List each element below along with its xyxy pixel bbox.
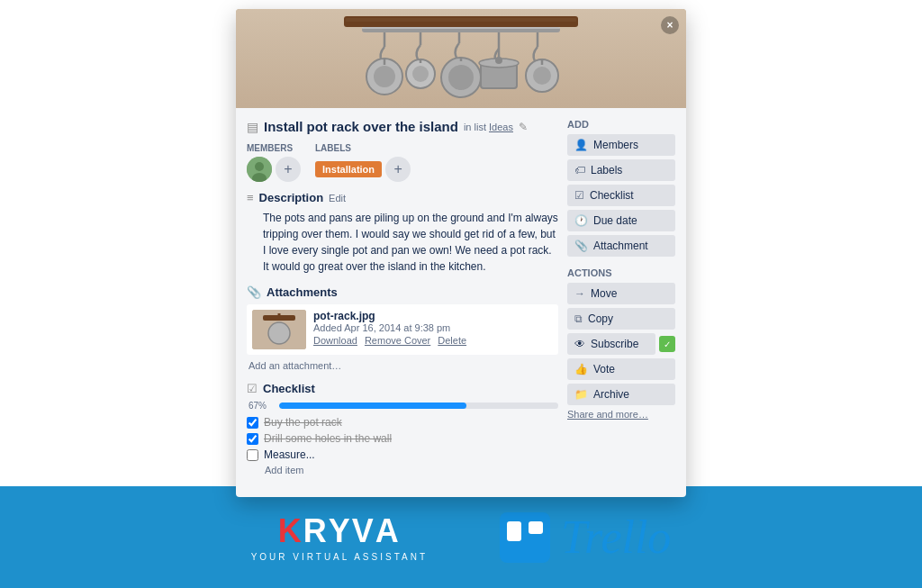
subscribe-row: 👁 Subscribe ✓	[567, 333, 675, 355]
add-due-date-button[interactable]: 🕐 Due date	[567, 210, 675, 231]
list-link[interactable]: Ideas	[489, 122, 513, 132]
label-badge[interactable]: Installation	[315, 161, 382, 177]
share-link[interactable]: Share and more…	[567, 409, 675, 420]
checklist-item-2: Drill some holes in the wall	[247, 432, 558, 445]
eye-icon: 👁	[574, 338, 585, 350]
attachment-thumb-image	[252, 310, 306, 349]
kryva-y: Y	[329, 512, 352, 550]
card-title-row: ▤ Install pot rack over the island in li…	[247, 119, 558, 134]
svg-point-18	[448, 65, 474, 90]
modal-main: ▤ Install pot rack over the island in li…	[247, 119, 558, 483]
progress-bar-fill	[279, 403, 466, 409]
add-attachment-link[interactable]: Add an attachment…	[247, 360, 558, 371]
progress-bar-background	[279, 403, 558, 409]
progress-label: 67%	[249, 401, 274, 411]
close-button[interactable]: ×	[661, 16, 679, 34]
checklist-title: Checklist	[263, 382, 315, 395]
archive-button[interactable]: 📁 Archive	[567, 384, 675, 405]
svg-point-31	[268, 322, 290, 344]
actions-section-title: Actions	[567, 267, 675, 278]
paperclip-icon: 📎	[574, 240, 588, 252]
kryva-subtitle: YOUR VIRTUAL ASSISTANT	[251, 552, 428, 562]
arrow-right-icon: →	[574, 287, 585, 300]
members-row: +	[247, 157, 301, 182]
clock-icon: 🕐	[574, 214, 588, 227]
progress-bar-container: 67%	[247, 401, 558, 411]
attachment-icon: 📎	[247, 285, 261, 299]
checklist-item-3-text: Measure...	[264, 448, 315, 461]
card-type-icon: ▤	[247, 120, 258, 134]
kryva-v: V	[352, 512, 375, 550]
description-title: Description	[259, 191, 324, 204]
svg-rect-36	[529, 521, 543, 534]
checklist-icon: ☑	[247, 382, 258, 395]
checklist-checkbox-3[interactable]	[247, 449, 258, 461]
attachment-name: pot-rack.jpg	[313, 310, 553, 322]
members-group: Members +	[247, 143, 301, 182]
modal-header-image: ×	[236, 9, 686, 108]
add-checklist-button[interactable]: ☑ Checklist	[567, 185, 675, 206]
labels-group: Labels Installation +	[315, 143, 411, 182]
checklist-item-3: Measure...	[247, 448, 558, 461]
attachment-actions: Download Remove Cover Delete	[313, 335, 553, 346]
description-header: ≡ Description Edit	[247, 191, 558, 204]
svg-rect-3	[346, 18, 576, 22]
labels-label: Labels	[315, 143, 411, 153]
kryva-logo: K R Y V A YOUR VIRTUAL ASSISTANT	[251, 512, 428, 562]
description-icon: ≡	[247, 191, 254, 204]
add-label-button[interactable]: +	[385, 157, 411, 182]
avatar-image	[247, 157, 272, 182]
move-button[interactable]: → Move	[567, 283, 675, 304]
edit-pencil-icon[interactable]: ✎	[519, 121, 528, 133]
add-item-link[interactable]: Add item	[247, 465, 558, 475]
add-members-button[interactable]: 👤 Members	[567, 134, 675, 156]
delete-link[interactable]: Delete	[438, 335, 466, 346]
add-member-button[interactable]: +	[276, 157, 301, 182]
checklist-sidebar-icon: ☑	[574, 189, 584, 202]
trello-board-icon	[500, 512, 550, 563]
description-edit-link[interactable]: Edit	[329, 193, 346, 204]
kryva-a: A	[375, 512, 401, 550]
card-title: Install pot rack over the island	[264, 119, 458, 134]
subscribe-button[interactable]: 👁 Subscribe	[567, 333, 655, 355]
trello-logo: Trello	[500, 511, 671, 564]
tag-icon: 🏷	[574, 164, 585, 176]
remove-cover-link[interactable]: Remove Cover	[365, 335, 430, 346]
subscribe-check-icon: ✓	[659, 336, 675, 352]
svg-point-12	[374, 66, 395, 87]
download-link[interactable]: Download	[313, 335, 357, 346]
svg-point-28	[255, 162, 264, 171]
attachments-section: 📎 Attachments	[247, 285, 558, 371]
kryva-name: K R Y V A	[278, 512, 401, 550]
svg-rect-35	[507, 521, 521, 541]
copy-icon: ⧉	[574, 312, 583, 325]
add-attachment-button[interactable]: 📎 Attachment	[567, 235, 675, 257]
checklist-checkbox-1[interactable]	[247, 417, 258, 429]
members-label: Members	[247, 143, 301, 153]
copy-button[interactable]: ⧉ Copy	[567, 308, 675, 330]
person-icon: 👤	[574, 139, 588, 151]
add-labels-button[interactable]: 🏷 Labels	[567, 159, 675, 181]
card-list-ref: in list Ideas	[464, 122, 513, 132]
svg-rect-33	[263, 315, 295, 321]
checklist-checkbox-2[interactable]	[247, 433, 258, 445]
attachment-info: pot-rack.jpg Added Apr 16, 2014 at 9:38 …	[313, 310, 553, 346]
vote-button[interactable]: 👍 Vote	[567, 358, 675, 380]
card-modal: × ▤ Install pot rack over the island in …	[236, 9, 686, 497]
svg-point-25	[533, 67, 551, 85]
bottom-banner: K R Y V A YOUR VIRTUAL ASSISTANT Trello	[0, 486, 922, 588]
checklist-header: ☑ Checklist	[247, 382, 558, 395]
thumbsup-icon: 👍	[574, 363, 588, 375]
attachment-date: Added Apr 16, 2014 at 9:38 pm	[313, 322, 553, 333]
checklist-item-2-text: Drill some holes in the wall	[264, 432, 392, 445]
meta-row: Members +	[247, 143, 558, 182]
kryva-k: K	[278, 512, 303, 550]
member-avatar[interactable]	[247, 157, 272, 182]
attachment-thumbnail	[252, 310, 306, 349]
checklist-section: ☑ Checklist 67% Buy the pot rack	[247, 382, 558, 475]
add-section-title: Add	[567, 119, 675, 130]
attachment-item: pot-rack.jpg Added Apr 16, 2014 at 9:38 …	[247, 304, 558, 355]
modal-sidebar: Add 👤 Members 🏷 Labels ☑ Checklist 🕐 Due…	[567, 119, 675, 483]
modal-body: ▤ Install pot rack over the island in li…	[236, 108, 686, 497]
attachments-header: 📎 Attachments	[247, 285, 558, 299]
